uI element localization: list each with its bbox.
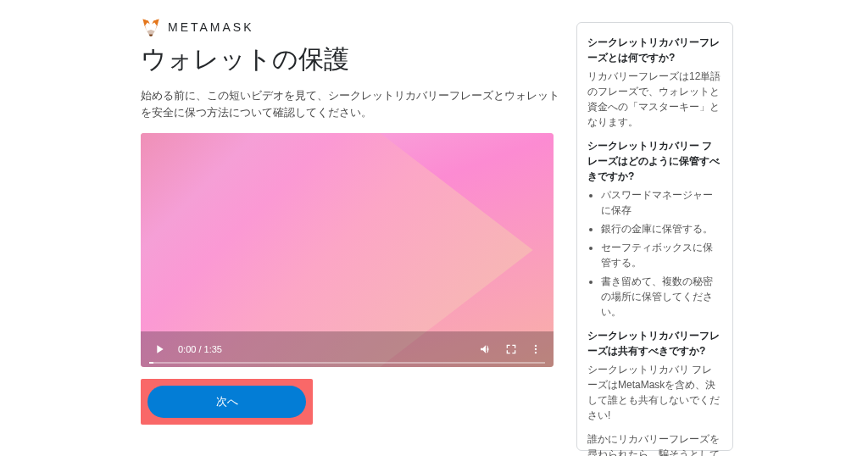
page-description: 始める前に、この短いビデオを見て、シークレットリカバリーフレーズとウォレットを安…: [141, 87, 559, 121]
more-icon[interactable]: [530, 343, 542, 355]
svg-marker-7: [149, 34, 153, 36]
list-item: パスワードマネージャーに保存: [601, 187, 722, 218]
sidebar-a1: リカバリーフレーズは12単語のフレーズで、ウォレットと資金への「マスターキー」と…: [587, 69, 722, 130]
svg-marker-2: [147, 30, 155, 34]
page-title: ウォレットの保護: [141, 42, 559, 77]
intro-video[interactable]: 0:00 / 1:35: [141, 133, 554, 367]
svg-marker-5: [153, 19, 159, 25]
svg-point-9: [535, 348, 537, 350]
list-item: セーフティボックスに保管する。: [601, 240, 722, 270]
fullscreen-icon[interactable]: [504, 342, 518, 356]
svg-point-10: [535, 352, 537, 353]
sidebar-q1: シークレットリカバリーフレーズとは何ですか?: [587, 35, 722, 65]
next-button-highlight: 次へ: [141, 379, 313, 425]
volume-icon[interactable]: [479, 342, 492, 356]
sidebar-a3: シークレットリカバリ フレーズはMetaMaskを含め、決して誰とも共有しないで…: [587, 362, 722, 423]
info-sidebar: シークレットリカバリーフレーズとは何ですか? リカバリーフレーズは12単語のフレ…: [576, 22, 733, 451]
svg-point-8: [535, 345, 537, 347]
list-item: 銀行の金庫に保管する。: [601, 221, 722, 236]
sidebar-a3b: 誰かにリカバリーフレーズを尋ねられたら、騙そうとしている可能性が高いです。: [587, 431, 722, 456]
sidebar-q2: シークレットリカバリー フレーズはどのように保管すべきですか?: [587, 138, 722, 184]
play-icon[interactable]: [153, 342, 166, 356]
next-button[interactable]: 次へ: [147, 386, 306, 418]
list-item: 書き留めて、複数の秘密の場所に保管してください。: [601, 274, 722, 320]
video-timecode: 0:00 / 1:35: [178, 344, 222, 354]
sidebar-list: パスワードマネージャーに保存 銀行の金庫に保管する。 セーフティボックスに保管す…: [587, 187, 722, 320]
svg-marker-6: [142, 19, 148, 25]
brand-name: METAMASK: [168, 20, 254, 34]
video-progress-bar[interactable]: [149, 362, 545, 364]
video-controls: 0:00 / 1:35: [141, 331, 554, 367]
metamask-fox-icon: [141, 17, 161, 37]
sidebar-q3: シークレットリカバリーフレーズは共有すべきですか?: [587, 328, 722, 359]
brand: METAMASK: [141, 17, 559, 37]
